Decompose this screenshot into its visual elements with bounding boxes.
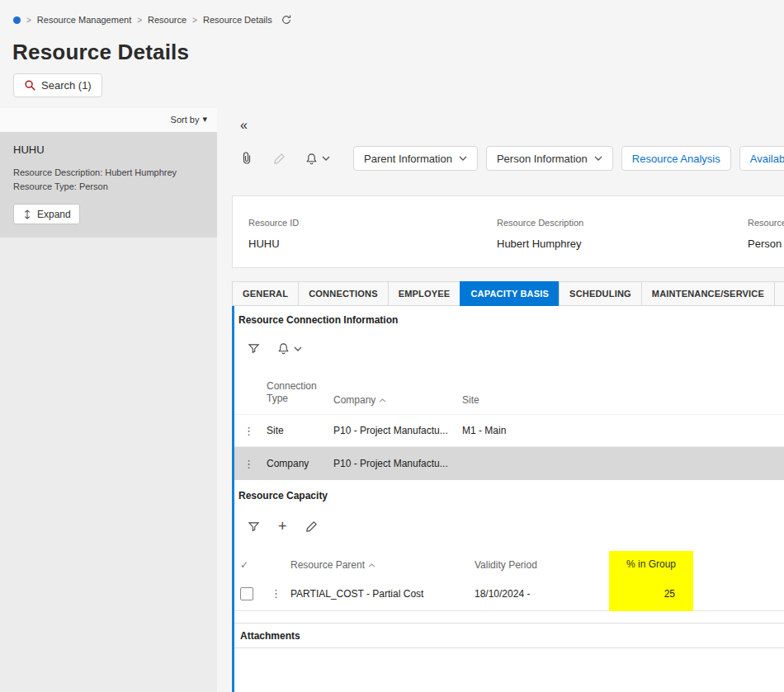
tab-attributes[interactable]: ATTRIBUTES (774, 281, 784, 306)
table-row[interactable]: ⋮ PARTIAL_COST - Partial Cost 18/10/2024… (234, 577, 784, 611)
search-icon (24, 79, 36, 92)
notifications-dropdown[interactable] (305, 153, 330, 165)
field-label: Resource Description (497, 218, 583, 228)
cell-pct-in-group: 25 (609, 577, 693, 611)
breadcrumb-separator: > (192, 16, 197, 25)
add-row-icon[interactable]: + (278, 519, 287, 534)
row-menu-icon[interactable]: ⋮ (243, 458, 254, 470)
bell-icon (277, 342, 290, 355)
breadcrumb: > Resource Management > Resource > Resou… (13, 14, 292, 26)
record-list-sidebar: Sort by ▾ HUHU Resource Description: Hub… (0, 108, 217, 692)
cell-connection-type: Company (267, 458, 333, 469)
expand-button-label: Expand (37, 209, 71, 220)
record-type-label: Resource Type: (13, 181, 77, 191)
cell-site: M1 - Main (462, 425, 784, 436)
column-header-pct-in-group[interactable]: % in Group (609, 551, 693, 577)
table-notifications-dropdown[interactable] (277, 342, 302, 355)
edit-button[interactable] (273, 153, 286, 165)
sidebar-header: Sort by ▾ (0, 108, 217, 132)
parent-information-button[interactable]: Parent Information (353, 146, 478, 171)
chevron-down-icon (294, 346, 302, 351)
detail-pane: « (217, 108, 784, 692)
record-description-label: Resource Description: (13, 167, 102, 177)
bell-icon (305, 153, 318, 165)
record-toolbar: Parent Information Person Information Re… (240, 146, 784, 171)
row-menu-icon[interactable]: ⋮ (271, 587, 281, 600)
cell-resource-parent: PARTIAL_COST - Partial Cost (290, 588, 475, 600)
breadcrumb-item-resource-management[interactable]: Resource Management (37, 15, 131, 25)
chevron-down-icon (459, 156, 467, 161)
tab-maintenance-service[interactable]: MAINTENANCE/SERVICE (641, 281, 775, 306)
table-row[interactable]: ⋮ Site P10 - Project Manufactu... M1 - M… (234, 414, 784, 447)
column-header-resource-parent[interactable]: Resource Parent (290, 559, 475, 577)
column-header-company[interactable]: Company (333, 394, 462, 406)
tab-scheduling[interactable]: SCHEDULING (559, 281, 642, 306)
paperclip-icon (240, 152, 253, 165)
breadcrumb-item-resource-details[interactable]: Resource Details (203, 15, 272, 25)
cell-connection-type: Site (267, 425, 333, 436)
capacity-table-toolbar: + (248, 519, 318, 534)
tab-capacity-basis[interactable]: CAPACITY BASIS (460, 281, 560, 306)
list-item[interactable]: HUHU Resource Description: Hubert Humphr… (0, 132, 217, 238)
expand-button[interactable]: Expand (13, 204, 80, 224)
field-value: Hubert Humphrey (497, 238, 582, 250)
field-label: Resource Type (748, 218, 784, 228)
pencil-icon (273, 153, 286, 165)
attachment-button[interactable] (240, 152, 253, 165)
select-all-check-icon[interactable]: ✓ (240, 559, 248, 571)
breadcrumb-item-resource[interactable]: Resource (148, 15, 187, 25)
page-title: Resource Details (12, 40, 189, 65)
record-header-card: Resource ID HUHU Resource Description Hu… (232, 195, 784, 268)
capacity-basis-panel: Resource Connection Information Conn (232, 306, 784, 692)
column-header-validity-period[interactable]: Validity Period (475, 559, 609, 577)
search-button[interactable]: Search (1) (13, 73, 102, 97)
breadcrumb-separator: > (137, 16, 142, 25)
filter-icon[interactable] (248, 520, 260, 533)
filter-icon[interactable] (248, 342, 260, 355)
cell-company: P10 - Project Manufactu... (333, 425, 462, 436)
row-checkbox[interactable] (240, 587, 253, 600)
breadcrumb-separator: > (26, 16, 31, 25)
resource-analysis-button[interactable]: Resource Analysis (621, 146, 731, 171)
connection-section-title: Resource Connection Information (239, 314, 398, 326)
tab-bar: GENERAL CONNECTIONS EMPLOYEE CAPACITY BA… (232, 281, 784, 306)
record-indicator-icon (13, 16, 21, 24)
sort-by-dropdown[interactable]: Sort by ▾ (171, 114, 207, 125)
search-button-label: Search (1) (41, 79, 92, 92)
tab-employee[interactable]: EMPLOYEE (388, 281, 461, 306)
resource-details-page: > Resource Management > Resource > Resou… (0, 0, 784, 692)
collapse-panel-icon[interactable]: « (240, 118, 248, 133)
person-information-button[interactable]: Person Information (486, 146, 613, 171)
chevron-down-icon (322, 156, 330, 161)
row-menu-icon[interactable]: ⋮ (243, 425, 254, 437)
capacity-section-title: Resource Capacity (239, 490, 328, 501)
connection-table-header: Connection Type Company Site (234, 374, 784, 412)
record-type-value: Person (79, 181, 108, 191)
table-row-selected[interactable]: ⋮ Company P10 - Project Manufactu... (234, 447, 784, 480)
sort-ascending-icon (368, 563, 375, 567)
column-header-connection-type[interactable]: Connection Type (267, 380, 333, 406)
tab-connections[interactable]: CONNECTIONS (298, 281, 388, 306)
field-value: Person (748, 238, 782, 250)
column-header-site[interactable]: Site (462, 394, 784, 406)
record-title: HUHU (13, 144, 204, 156)
cell-validity-period: 18/10/2024 - (475, 588, 609, 600)
record-description-value: Hubert Humphrey (105, 167, 177, 177)
chevron-down-icon (594, 156, 602, 161)
tab-general[interactable]: GENERAL (232, 281, 299, 306)
person-information-label: Person Information (497, 153, 588, 165)
expand-icon (22, 209, 32, 219)
connection-table-toolbar (248, 342, 302, 355)
record-description-line: Resource Description: Hubert Humphrey (13, 167, 204, 177)
attachments-title: Attachments (240, 630, 300, 642)
refresh-icon[interactable] (281, 14, 292, 26)
field-label: Resource ID (248, 218, 299, 228)
command-buttons: Parent Information Person Information Re… (353, 146, 784, 171)
sort-ascending-icon (379, 398, 386, 402)
resource-analysis-label: Resource Analysis (632, 153, 720, 165)
availability-information-button[interactable]: Availability Information (739, 146, 784, 171)
parent-information-label: Parent Information (364, 153, 452, 165)
attachments-section-header[interactable]: Attachments (234, 623, 784, 648)
edit-row-icon[interactable] (305, 520, 318, 533)
availability-information-label: Availability Information (750, 153, 784, 165)
